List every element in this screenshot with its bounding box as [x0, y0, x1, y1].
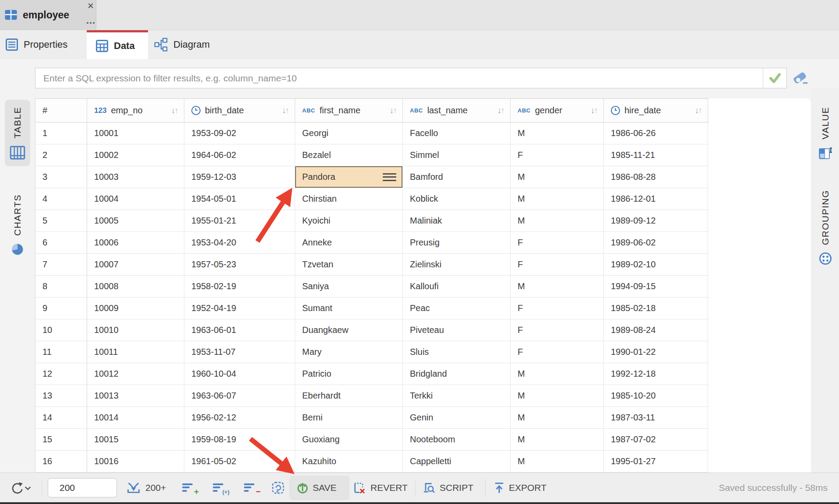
grid-cell[interactable]: Bamford	[403, 166, 511, 188]
row-number[interactable]: 10	[35, 319, 87, 341]
grid-cell[interactable]: 1987-03-11	[604, 407, 708, 428]
grid-cell[interactable]: Piveteau	[403, 319, 511, 341]
grid-cell[interactable]: 10004	[87, 188, 184, 210]
script-icon[interactable]	[422, 481, 436, 496]
refresh-dropdown-button[interactable]	[9, 481, 32, 497]
grid-cell[interactable]: Koblick	[403, 188, 511, 210]
column-header-first_name[interactable]: ABCfirst_name↓↑	[295, 99, 403, 122]
grid-cell[interactable]: Sluis	[403, 341, 511, 363]
refresh-grid-button[interactable]	[271, 481, 285, 496]
column-header-birth_date[interactable]: birth_date↓↑	[184, 99, 295, 122]
row-number[interactable]: 5	[35, 210, 87, 231]
filter-input[interactable]	[35, 73, 763, 84]
grid-cell[interactable]: Maliniak	[403, 210, 511, 231]
grid-cell[interactable]: F	[511, 254, 604, 275]
grid-cell[interactable]: Zielinski	[403, 254, 511, 275]
save-button[interactable]: SAVE	[313, 473, 336, 503]
grid-cell[interactable]: 1959-12-03	[184, 166, 295, 188]
tab-data[interactable]: Data	[87, 30, 148, 59]
grid-cell[interactable]: 10009	[87, 298, 184, 319]
row-number[interactable]: 3	[35, 166, 87, 188]
grid-cell[interactable]: 1987-07-02	[604, 429, 708, 450]
grid-cell[interactable]: 1959-08-19	[184, 429, 295, 450]
grid-cell[interactable]: Mary	[295, 341, 403, 363]
grid-cell[interactable]: Kazuhito	[295, 451, 403, 472]
duplicate-row-button[interactable]: (+)	[213, 482, 230, 495]
row-number[interactable]: 4	[35, 188, 87, 210]
grid-cell[interactable]: 1989-08-24	[604, 319, 708, 341]
grid-cell[interactable]: 10001	[87, 122, 184, 144]
grid-cell[interactable]: Cappelletti	[403, 451, 511, 472]
grid-cell[interactable]: M	[511, 188, 604, 210]
row-number[interactable]: 8	[35, 276, 87, 297]
grid-cell[interactable]: 1989-02-10	[604, 254, 708, 275]
row-number[interactable]: 16	[35, 451, 87, 472]
fetch-next-label[interactable]: 200+	[145, 473, 166, 503]
grid-cell[interactable]: F	[511, 144, 604, 166]
grid-cell[interactable]: 10013	[87, 385, 184, 406]
grid-cell[interactable]: Peac	[403, 298, 511, 319]
row-number[interactable]: 9	[35, 298, 87, 319]
grid-cell[interactable]: 10012	[87, 363, 184, 385]
grid-cell[interactable]: 10006	[87, 232, 184, 253]
grid-cell[interactable]: 10005	[87, 210, 184, 231]
grid-cell[interactable]: Saniya	[295, 276, 403, 297]
grid-cell[interactable]: 1964-06-02	[184, 144, 295, 166]
panel-tab-charts[interactable]: CHARTS	[5, 187, 30, 262]
row-number[interactable]: 11	[35, 341, 87, 363]
grid-cell[interactable]: M	[511, 166, 604, 188]
grid-cell[interactable]: Simmel	[403, 144, 511, 166]
grid-cell[interactable]: Berni	[295, 407, 403, 428]
grid-cell[interactable]: 1957-05-23	[184, 254, 295, 275]
grid-cell[interactable]: Tzvetan	[295, 254, 403, 275]
row-number[interactable]: 2	[35, 144, 87, 166]
row-limit-input[interactable]	[48, 478, 117, 497]
row-number[interactable]: 7	[35, 254, 87, 275]
grid-cell[interactable]: 1958-02-19	[184, 276, 295, 297]
grid-cell[interactable]: Kalloufi	[403, 276, 511, 297]
grid-cell[interactable]: F	[511, 341, 604, 363]
grid-cell[interactable]: 1995-01-27	[604, 451, 708, 472]
script-button[interactable]: SCRIPT	[440, 473, 473, 503]
grid-cell[interactable]: M	[511, 363, 604, 385]
grid-cell[interactable]: Guoxiang	[295, 429, 403, 450]
grid-cell[interactable]: Preusig	[403, 232, 511, 253]
grid-cell[interactable]: 1985-10-20	[604, 385, 708, 406]
row-number[interactable]: 6	[35, 232, 87, 253]
grid-cell[interactable]: 1956-02-12	[184, 407, 295, 428]
panel-tab-grouping[interactable]: GROUPING	[814, 183, 836, 271]
selected-grid-cell[interactable]: Pandora	[295, 166, 403, 188]
grid-cell[interactable]: Bezalel	[295, 144, 403, 166]
grid-cell[interactable]: Eberhardt	[295, 385, 403, 406]
grid-cell[interactable]: Sumant	[295, 298, 403, 319]
grid-cell[interactable]: 10010	[87, 319, 184, 341]
grid-cell[interactable]: M	[511, 407, 604, 428]
grid-cell[interactable]: 1963-06-01	[184, 319, 295, 341]
grid-cell[interactable]: Chirstian	[295, 188, 403, 210]
grid-cell[interactable]: 1985-11-21	[604, 144, 708, 166]
grid-cell[interactable]: 10003	[87, 166, 184, 188]
grid-cell[interactable]: 1953-04-20	[184, 232, 295, 253]
add-row-button[interactable]: +	[182, 482, 200, 495]
cell-menu-icon[interactable]	[383, 171, 396, 183]
sort-icon[interactable]: ↓↑	[591, 106, 598, 116]
grid-cell[interactable]: Anneke	[295, 232, 403, 253]
grid-cell[interactable]: 1953-11-07	[184, 341, 295, 363]
column-header-emp_no[interactable]: 123emp_no↓↑	[87, 99, 184, 122]
grid-cell[interactable]: Patricio	[295, 363, 403, 385]
grid-cell[interactable]: M	[511, 122, 604, 144]
sort-icon[interactable]: ↓↑	[695, 106, 702, 116]
grid-cell[interactable]: Nooteboom	[403, 429, 511, 450]
grid-cell[interactable]: M	[511, 210, 604, 231]
grid-cell[interactable]: F	[511, 319, 604, 341]
grid-cell[interactable]: 10011	[87, 341, 184, 363]
grid-cell[interactable]: 10016	[87, 451, 184, 472]
grid-cell[interactable]: 10002	[87, 144, 184, 166]
delete-row-button[interactable]: −	[244, 482, 261, 495]
apply-filter-button[interactable]	[763, 68, 786, 88]
grid-cell[interactable]: F	[511, 232, 604, 253]
export-icon[interactable]	[493, 481, 505, 496]
more-tabs-icon[interactable]: …	[86, 15, 95, 26]
grid-cell[interactable]: 1955-01-21	[184, 210, 295, 231]
grid-cell[interactable]: Bridgland	[403, 363, 511, 385]
